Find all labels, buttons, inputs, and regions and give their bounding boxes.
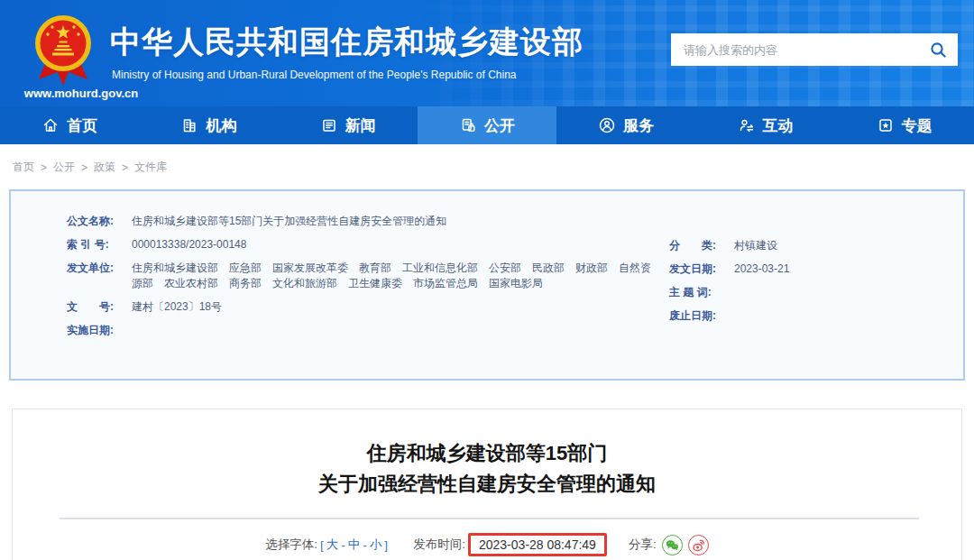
breadcrumb-disclosure[interactable]: 公开 xyxy=(53,160,75,175)
meta-value: 村镇建设 xyxy=(734,238,777,253)
font-size-selector: 选择字体: [ 大 - 中 - 小 ] xyxy=(265,537,388,553)
nav-item-home[interactable]: 首页 xyxy=(0,106,139,144)
bracket-open: [ xyxy=(320,538,324,552)
search-bar xyxy=(671,33,958,66)
mohurd-portal-page: www.mohurd.gov.cn 中华人民共和国住房和城乡建设部 Minist… xyxy=(0,0,974,560)
site-subtitle: Ministry of Housing and Urban-Rural Deve… xyxy=(112,69,517,81)
nav-label: 机构 xyxy=(206,115,236,136)
share-label: 分享: xyxy=(629,537,657,553)
meta-label: 索 引 号: xyxy=(67,237,123,252)
article-title-line2: 关于加强经营性自建房安全管理的通知 xyxy=(13,469,961,500)
font-separator: - xyxy=(363,538,367,552)
meta-label: 文 号: xyxy=(67,299,123,315)
meta-row-document-title: 公文名称: 住房和城乡建设部等15部门关于加强经营性自建房安全管理的通知 xyxy=(67,214,657,229)
meta-row-index-number: 索 引 号: 000013338/2023-00148 xyxy=(67,237,657,252)
meta-label: 废止日期: xyxy=(669,308,725,324)
title-divider xyxy=(60,518,919,519)
nav-item-disclosure[interactable]: 公开 xyxy=(418,106,556,144)
metadata-left-column: 公文名称: 住房和城乡建设部等15部门关于加强经营性自建房安全管理的通知 索 引… xyxy=(67,214,669,379)
nav-label: 专题 xyxy=(902,115,933,136)
nav-item-services[interactable]: 服务 xyxy=(556,106,695,144)
site-url: www.mohurd.gov.cn xyxy=(13,87,150,100)
font-separator: - xyxy=(341,538,345,552)
font-size-large-button[interactable]: 大 xyxy=(326,537,339,553)
meta-row-issue-date: 发文日期: 2023-03-21 xyxy=(669,262,942,277)
meta-row-document-number: 文 号: 建村〔2023〕18号 xyxy=(67,299,657,315)
metadata-right-column: 分 类: 村镇建设 发文日期: 2023-03-21 主 题 词: 废止日期: xyxy=(669,214,942,379)
search-input[interactable] xyxy=(684,43,930,57)
breadcrumb-separator: > xyxy=(122,161,128,174)
site-title: 中华人民共和国住房和城乡建设部 xyxy=(110,22,583,63)
meta-row-category: 分 类: 村镇建设 xyxy=(669,238,942,253)
meta-value: 住房和城乡建设部等15部门关于加强经营性自建房安全管理的通知 xyxy=(132,214,446,229)
national-emblem xyxy=(32,11,94,90)
nav-label: 新闻 xyxy=(345,115,376,136)
meta-row-effective-date: 实施日期: xyxy=(67,323,657,338)
breadcrumb-current: 文件库 xyxy=(134,160,167,175)
font-size-medium-button[interactable]: 中 xyxy=(348,537,361,553)
wechat-icon[interactable] xyxy=(662,535,683,555)
nav-label: 首页 xyxy=(67,115,97,136)
weibo-icon[interactable] xyxy=(688,535,709,555)
main-nav: 首页 机构 新闻 公开 服务 xyxy=(0,106,974,144)
breadcrumb-separator: > xyxy=(41,161,47,174)
font-size-small-button[interactable]: 小 xyxy=(370,537,382,553)
meta-label: 发文日期: xyxy=(669,262,725,277)
nav-label: 公开 xyxy=(484,115,515,136)
publish-time-group: 发布时间: 2023-03-28 08:47:49 xyxy=(413,533,607,556)
disclosure-lock-icon xyxy=(459,116,477,134)
publish-time-label: 发布时间: xyxy=(413,537,465,553)
meta-value: 2023-03-21 xyxy=(734,262,789,277)
breadcrumb-home[interactable]: 首页 xyxy=(13,160,34,175)
site-header: www.mohurd.gov.cn 中华人民共和国住房和城乡建设部 Minist… xyxy=(0,0,974,106)
meta-value: 建村〔2023〕18号 xyxy=(132,299,222,315)
meta-label: 发文单位: xyxy=(67,261,123,291)
bracket-close: ] xyxy=(384,538,388,552)
meta-value: 000013338/2023-00148 xyxy=(132,237,246,252)
nav-label: 服务 xyxy=(623,115,654,136)
service-person-icon xyxy=(598,116,616,134)
interaction-icon xyxy=(738,116,756,134)
meta-label: 公文名称: xyxy=(67,214,123,229)
meta-row-repeal-date: 废止日期: xyxy=(669,308,942,324)
article-panel: 住房和城乡建设部等15部门 关于加强经营性自建房安全管理的通知 选择字体: [ … xyxy=(12,409,962,560)
meta-value: 住房和城乡建设部 应急部 国家发展改革委 教育部 工业和信息化部 公安部 民政部… xyxy=(132,261,657,291)
nav-item-topics[interactable]: 专题 xyxy=(835,106,974,144)
meta-row-issuing-units: 发文单位: 住房和城乡建设部 应急部 国家发展改革委 教育部 工业和信息化部 公… xyxy=(67,261,657,291)
breadcrumb-separator: > xyxy=(81,161,87,174)
news-icon xyxy=(320,116,338,134)
search-icon[interactable] xyxy=(930,41,947,59)
meta-label: 分 类: xyxy=(669,238,725,253)
topic-star-icon xyxy=(877,116,895,134)
breadcrumb-policy[interactable]: 政策 xyxy=(94,160,115,175)
font-selector-label: 选择字体: xyxy=(265,537,317,553)
nav-item-organization[interactable]: 机构 xyxy=(139,106,278,144)
article-info-bar: 选择字体: [ 大 - 中 - 小 ] 发布时间: 2023-03-28 08:… xyxy=(13,533,961,556)
meta-label: 主 题 词: xyxy=(669,285,725,300)
nav-label: 互动 xyxy=(763,115,794,136)
publish-time-highlighted: 2023-03-28 08:47:49 xyxy=(468,533,607,556)
meta-label: 实施日期: xyxy=(67,323,123,338)
article-title-line1: 住房和城乡建设部等15部门 xyxy=(13,438,961,469)
article-title: 住房和城乡建设部等15部门 关于加强经营性自建房安全管理的通知 xyxy=(13,438,961,500)
meta-row-keywords: 主 题 词: xyxy=(669,285,942,300)
nav-item-news[interactable]: 新闻 xyxy=(279,106,418,144)
organization-icon xyxy=(180,116,198,134)
breadcrumb: 首页 > 公开 > 政策 > 文件库 xyxy=(13,160,167,175)
document-metadata-panel: 公文名称: 住房和城乡建设部等15部门关于加强经营性自建房安全管理的通知 索 引… xyxy=(9,189,965,381)
home-icon xyxy=(41,116,60,134)
share-group: 分享: xyxy=(629,535,709,555)
nav-item-interaction[interactable]: 互动 xyxy=(695,106,834,144)
